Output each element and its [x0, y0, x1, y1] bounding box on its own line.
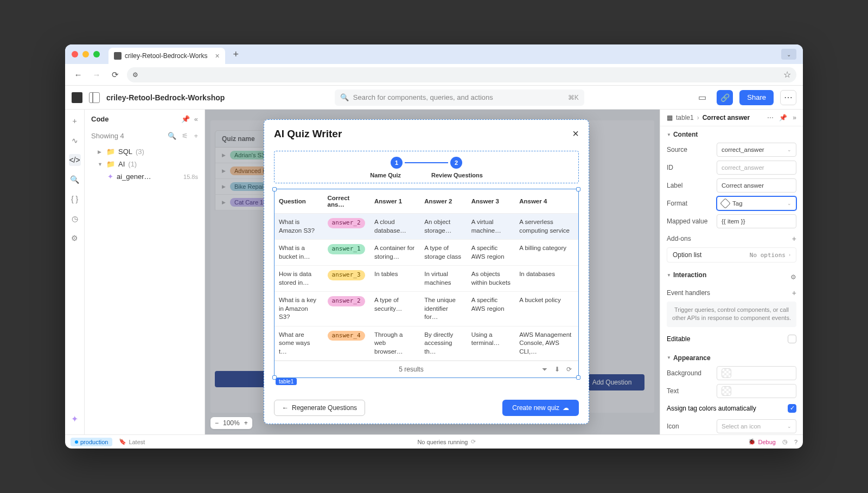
preview-icon[interactable]: ▭ — [694, 89, 710, 106]
forward-button[interactable]: → — [90, 68, 103, 81]
event-handlers-hint: Trigger queries, control components, or … — [667, 302, 796, 327]
resize-handle[interactable] — [576, 375, 580, 380]
color-swatch[interactable] — [722, 386, 731, 396]
link-button[interactable]: 🔗 — [717, 90, 733, 105]
format-select[interactable]: Tag⌄ — [717, 196, 796, 210]
rail-ai-icon[interactable]: ✦ — [69, 413, 81, 425]
breadcrumb-column: Correct answer — [703, 114, 750, 121]
resize-handle[interactable] — [272, 187, 277, 191]
share-button[interactable]: Share — [739, 90, 774, 105]
search-code-icon[interactable]: 🔍 — [168, 132, 176, 140]
source-select[interactable]: correct_answer⌄ — [717, 143, 796, 157]
pin-icon[interactable]: 📌 — [779, 114, 787, 121]
questions-table-component[interactable]: QuestionCorrect ans…Answer 1Answer 2Answ… — [274, 189, 579, 378]
add-code-icon[interactable]: + — [194, 132, 198, 140]
text-color-input[interactable] — [717, 384, 796, 398]
new-tab-button[interactable]: + — [229, 48, 242, 61]
add-addon-icon[interactable]: + — [792, 234, 796, 243]
refresh-icon[interactable]: ⟳ — [566, 366, 572, 373]
cell-answer: A container for storing… — [370, 240, 420, 266]
breadcrumb-table[interactable]: table1 — [676, 114, 694, 121]
rail-state-icon[interactable]: { } — [69, 193, 81, 205]
table-row[interactable]: What is a bucket in…answer_1A container … — [275, 240, 578, 266]
rail-tree-icon[interactable]: ∿ — [69, 135, 81, 146]
cell-answer: As objects within buckets — [467, 266, 515, 292]
tree-item-ai-generate[interactable]: ✦ ai_gener… 15.8s — [89, 170, 200, 183]
tree-folder-sql[interactable]: ▶ 📁 SQL (3) — [89, 145, 200, 158]
filter-code-icon[interactable]: ⚟ — [182, 132, 188, 140]
icon-select[interactable]: Select an icon⌄ — [717, 419, 796, 433]
environment-badge[interactable]: production — [71, 438, 112, 446]
section-appearance[interactable]: ▼Appearance — [667, 354, 796, 362]
table-row[interactable]: How is data stored in…answer_3In tablesI… — [275, 266, 578, 292]
modal-close-icon[interactable]: × — [572, 127, 579, 140]
section-content[interactable]: ▼Content — [667, 131, 796, 138]
column-header[interactable]: Correct ans… — [323, 189, 371, 214]
column-header[interactable]: Answer 1 — [370, 189, 420, 214]
regenerate-button[interactable]: ← Regenerate Questions — [274, 400, 365, 416]
column-header[interactable]: Answer 3 — [467, 189, 515, 214]
back-button[interactable]: ← — [72, 68, 85, 81]
more-menu-icon[interactable]: ⋯ — [780, 90, 796, 105]
rail-history-icon[interactable]: ◷ — [69, 213, 81, 225]
auto-colors-toggle[interactable]: ✓ — [788, 404, 796, 413]
address-bar[interactable]: ⚙ ☆ — [127, 67, 796, 82]
more-icon[interactable]: ⋯ — [767, 114, 774, 121]
pin-icon[interactable]: 📌 — [181, 115, 190, 123]
section-interaction[interactable]: ▼Interaction — [667, 271, 706, 279]
option-list-row[interactable]: Option list No options › — [667, 247, 796, 262]
label-input[interactable]: Correct answer — [717, 178, 796, 193]
rail-search-icon[interactable]: 🔍 — [69, 174, 81, 185]
tabs-dropdown-icon[interactable]: ⌄ — [781, 49, 796, 60]
window-maximize[interactable] — [93, 51, 100, 57]
column-header[interactable]: Answer 4 — [515, 189, 578, 214]
window-minimize[interactable] — [82, 51, 89, 57]
add-event-handler-icon[interactable]: + — [792, 289, 796, 297]
step-2-circle[interactable]: 2 — [450, 157, 462, 169]
table-row[interactable]: What are some ways t…answer_4Through a w… — [275, 326, 578, 361]
browser-tab[interactable]: criley-Retool-Bedrock-Works × — [108, 48, 225, 64]
background-color-input[interactable] — [717, 366, 796, 380]
window-close[interactable] — [72, 51, 78, 57]
create-quiz-button[interactable]: Create new quiz ☁ — [502, 400, 579, 416]
table-icon: ▦ — [667, 114, 673, 121]
interaction-settings-icon[interactable]: ⚙ — [790, 273, 796, 281]
component-label[interactable]: table1 — [276, 378, 297, 385]
id-input[interactable]: correct_answer — [717, 161, 796, 175]
reload-button[interactable]: ⟳ — [108, 68, 122, 81]
tab-close-icon[interactable]: × — [215, 52, 219, 60]
cell-answer: A serverless computing service — [515, 214, 578, 240]
collapse-left-icon[interactable]: « — [194, 115, 198, 123]
filter-icon[interactable]: ⏷ — [541, 366, 548, 373]
column-header[interactable]: Question — [275, 189, 323, 214]
download-icon[interactable]: ⬇ — [554, 366, 560, 373]
mapped-value-input[interactable]: {{ item }} — [717, 214, 796, 228]
zoom-out-button[interactable]: − — [215, 419, 219, 427]
cell-correct: answer_2 — [323, 292, 371, 326]
step-1-circle[interactable]: 1 — [391, 157, 403, 169]
rail-settings-icon[interactable]: ⚙ — [69, 232, 81, 244]
toggle-panels-icon[interactable] — [89, 92, 100, 103]
resize-handle[interactable] — [576, 187, 580, 191]
rail-code-icon[interactable]: </> — [69, 154, 81, 166]
collapse-right-icon[interactable]: » — [793, 114, 796, 121]
zoom-in-button[interactable]: + — [244, 419, 248, 427]
table-row[interactable]: What is Amazon S3?answer_2A cloud databa… — [275, 214, 578, 240]
tree-folder-ai[interactable]: ▼ 📁 AI (1) — [89, 158, 200, 170]
debug-button[interactable]: 🐞Debug — [748, 438, 775, 445]
tag-icon: 🔖 — [119, 438, 126, 445]
version-badge[interactable]: 🔖Latest — [119, 438, 145, 445]
help-icon[interactable]: ? — [794, 439, 797, 445]
editable-toggle[interactable] — [788, 335, 796, 343]
cell-answer: Using a terminal… — [467, 326, 515, 361]
table-row[interactable]: What is a key in Amazon S3?answer_2A typ… — [275, 292, 578, 326]
site-settings-icon[interactable]: ⚙ — [132, 71, 138, 79]
history-icon[interactable]: ◷ — [782, 438, 788, 445]
column-header[interactable]: Answer 2 — [420, 189, 467, 214]
color-swatch[interactable] — [722, 368, 731, 378]
refresh-queries-icon[interactable]: ⟳ — [471, 438, 476, 445]
bookmark-icon[interactable]: ☆ — [783, 69, 791, 80]
global-search-input[interactable]: 🔍 Search for components, queries, and ac… — [335, 89, 584, 106]
retool-logo[interactable] — [72, 92, 82, 103]
rail-add-icon[interactable]: + — [69, 115, 81, 127]
